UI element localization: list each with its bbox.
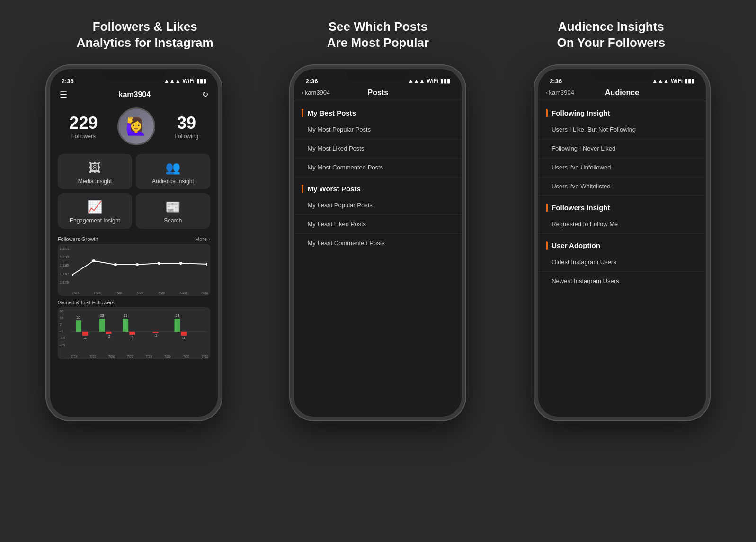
most-liked-posts-item[interactable]: My Most Liked Posts	[294, 139, 462, 158]
audience-icon: 👥	[165, 160, 180, 175]
phone-1-screen: 2:36 ▲▲▲ WiFi ▮▮▮ ☰ kam3904 ↻ 229 Follow…	[50, 69, 218, 417]
wifi-icon-2: WiFi	[427, 78, 438, 84]
phone2-nav: ‹ kam3904 Posts	[294, 87, 462, 101]
users-unfollowed-item[interactable]: Users I've Unfollowed	[538, 158, 706, 177]
chart-header: Followers Growth More ›	[58, 236, 210, 242]
status-icons-1: ▲▲▲ WiFi ▮▮▮	[164, 78, 206, 84]
svg-text:23: 23	[100, 314, 104, 317]
svg-text:23: 23	[124, 314, 127, 317]
requested-follow-item[interactable]: Requested to Follow Me	[538, 215, 706, 234]
avatar: 🙋‍♀️	[117, 107, 155, 145]
bar-x-labels: 7/24 7/25 7/26 7/27 7/28 7/29 7/30 7/31	[71, 355, 208, 358]
svg-rect-14	[106, 332, 111, 334]
hamburger-icon[interactable]: ☰	[60, 89, 67, 100]
svg-rect-18	[129, 332, 135, 335]
status-time-1: 2:36	[62, 78, 74, 85]
status-time-3: 2:36	[550, 78, 562, 85]
audience-insight-label: Audience Insight	[152, 178, 194, 185]
svg-point-6	[206, 263, 207, 266]
phone1-grid: 🖼 Media Insight 👥 Audience Insight 📈 Eng…	[50, 150, 218, 232]
svg-rect-12	[99, 319, 105, 332]
svg-point-2	[114, 263, 117, 266]
gained-lost-chart: Gained & Lost Followers 30 18 7 -3 -14 -…	[50, 298, 218, 361]
phone-2: 2:36 ▲▲▲ WiFi ▮▮▮ ‹ kam3904 Posts My	[290, 65, 465, 420]
users-like-not-following-item[interactable]: Users I Like, But Not Following	[538, 120, 706, 139]
media-insight-label: Media Insight	[78, 178, 112, 185]
chart2-title: Gained & Lost Followers	[58, 300, 210, 305]
phone3-nav: ‹ kam3904 Audience	[538, 87, 706, 101]
refresh-icon[interactable]: ↻	[202, 90, 208, 99]
least-popular-posts-item[interactable]: My Least Popular Posts	[294, 196, 462, 215]
followers-count: 229	[69, 113, 98, 133]
engagement-insight-button[interactable]: 📈 Engagement Insight	[58, 193, 132, 229]
battery-icon-2: ▮▮▮	[440, 78, 450, 84]
followers-label: Followers	[69, 133, 98, 140]
svg-rect-24	[181, 332, 187, 336]
orange-bar-best	[302, 109, 303, 117]
phone-3-screen: 2:36 ▲▲▲ WiFi ▮▮▮ ‹ kam3904 Audience	[538, 69, 706, 417]
most-popular-posts-item[interactable]: My Most Popular Posts	[294, 120, 462, 139]
battery-icon-3: ▮▮▮	[685, 78, 694, 84]
phone-3: 2:36 ▲▲▲ WiFi ▮▮▮ ‹ kam3904 Audience	[534, 65, 710, 420]
orange-bar-adoption	[546, 241, 548, 250]
search-label: Search	[164, 217, 182, 224]
phone-1: 2:36 ▲▲▲ WiFi ▮▮▮ ☰ kam3904 ↻ 229 Follow…	[46, 65, 222, 420]
svg-text:20: 20	[77, 316, 80, 319]
most-commented-posts-item[interactable]: My Most Commented Posts	[294, 158, 462, 177]
chevron-left-icon: ‹	[302, 89, 303, 96]
orange-bar-followers	[546, 204, 548, 212]
media-insight-button[interactable]: 🖼 Media Insight	[58, 154, 132, 189]
bar-chart-svg: 20 -4 23 -2 23 -3	[71, 309, 207, 347]
followers-growth-chart: Followers Growth More › 1,211 1,203 1,19…	[50, 232, 218, 298]
search-button[interactable]: 📰 Search	[136, 193, 210, 229]
audience-insight-button[interactable]: 👥 Audience Insight	[136, 154, 210, 189]
followers-insight-header: Followers Insight	[538, 196, 706, 215]
svg-rect-20	[153, 332, 159, 333]
following-insight-title: Following Insight	[551, 109, 610, 117]
least-liked-posts-item[interactable]: My Least Liked Posts	[294, 215, 462, 234]
best-posts-header: My Best Posts	[294, 101, 462, 120]
orange-bar-following	[546, 109, 548, 117]
followers-insight-title: Followers Insight	[551, 204, 610, 212]
back-label-3: kam3904	[549, 89, 574, 96]
back-label-2: kam3904	[305, 89, 330, 96]
media-icon: 🖼	[89, 160, 101, 175]
back-button-3[interactable]: ‹ kam3904	[546, 89, 574, 96]
best-posts-title: My Best Posts	[307, 109, 356, 117]
following-never-liked-item[interactable]: Following I Never Liked	[538, 139, 706, 158]
wifi-icon-3: WiFi	[671, 78, 683, 84]
battery-icon: ▮▮▮	[196, 78, 206, 84]
newest-users-item[interactable]: Newest Instagram Users	[538, 272, 706, 290]
worst-posts-title: My Worst Posts	[307, 185, 360, 193]
user-adoption-header: User Adoption	[538, 234, 706, 253]
chart1-title: Followers Growth	[58, 236, 98, 242]
svg-text:-3: -3	[131, 335, 133, 338]
chart1-more[interactable]: More ›	[195, 236, 210, 242]
following-insight-header: Following Insight	[538, 101, 706, 120]
bar-chart: 30 18 7 -3 -14 -25 20	[58, 307, 210, 359]
worst-posts-header: My Worst Posts	[294, 177, 462, 196]
chart-y-labels: 1,211 1,203 1,195 1,187 1,179	[60, 247, 69, 284]
top-headings: Followers & LikesAnalytics for Instagram…	[0, 0, 756, 65]
username-label: kam3904	[119, 90, 151, 99]
user-adoption-title: User Adoption	[551, 241, 600, 249]
heading-3: Audience InsightsOn Your Followers	[495, 19, 728, 51]
least-commented-posts-item[interactable]: My Least Commented Posts	[294, 234, 462, 252]
svg-point-4	[158, 262, 160, 265]
phone2-title: Posts	[330, 89, 426, 97]
wifi-icon: WiFi	[183, 78, 195, 84]
svg-point-3	[136, 263, 139, 266]
status-time-2: 2:36	[305, 78, 318, 85]
phone-notch-2	[347, 69, 409, 81]
back-button-2[interactable]: ‹ kam3904	[302, 89, 330, 96]
following-label: Following	[175, 133, 199, 140]
heading-1: Followers & LikesAnalytics for Instagram	[28, 19, 261, 51]
oldest-users-item[interactable]: Oldest Instagram Users	[538, 253, 706, 272]
phone3-title: Audience	[574, 89, 670, 97]
phones-section: 2:36 ▲▲▲ WiFi ▮▮▮ ☰ kam3904 ↻ 229 Follow…	[0, 65, 756, 420]
phone2-menu: My Best Posts My Most Popular Posts My M…	[294, 101, 462, 417]
phone1-header: ☰ kam3904 ↻	[50, 87, 218, 103]
users-whitelisted-item[interactable]: Users I've Whitelisted	[538, 177, 706, 196]
heading-2: See Which PostsAre Most Popular	[261, 19, 494, 51]
phone3-menu: Following Insight Users I Like, But Not …	[538, 101, 706, 417]
